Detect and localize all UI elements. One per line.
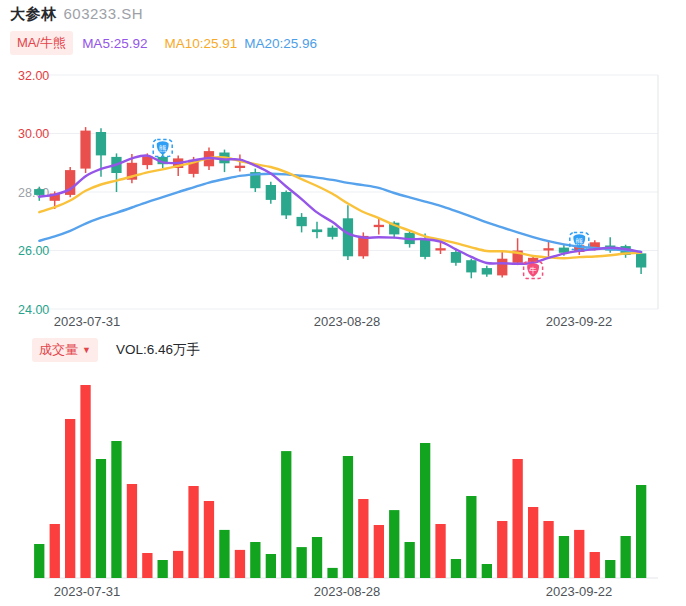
volume-bar-7[interactable] [142,553,152,578]
candle-18[interactable] [312,222,322,238]
candle-body [80,131,90,169]
volume-bar-5[interactable] [111,441,121,578]
ma-mode-label: MA/牛熊 [17,34,66,52]
candle-body [34,189,44,195]
y-axis-label: 26.00 [18,244,49,258]
x-axis-date-label: 2023-09-22 [546,314,613,329]
candle-19[interactable] [327,226,337,240]
candle-39[interactable] [636,251,646,274]
candle-body [96,132,106,155]
candle-body [466,260,476,272]
ma20-value: MA20:25.96 [244,36,317,51]
volume-bar-13[interactable] [235,550,245,578]
x-axis-date-label: 2023-08-28 [314,314,381,329]
candle-30[interactable] [497,252,507,277]
volume-bar-0[interactable] [34,544,44,578]
volume-bar-16[interactable] [281,451,291,578]
chevron-down-icon: ▼ [82,346,91,355]
volume-bar-39[interactable] [636,485,646,578]
candle-2[interactable] [65,167,75,197]
volume-bar-36[interactable] [590,552,600,578]
volume-bar-21[interactable] [358,499,368,578]
chart-header: 大参林 603233.SH [10,5,143,24]
candle-body [451,252,461,263]
volume-bar-6[interactable] [127,484,137,578]
volume-bar-10[interactable] [188,486,198,578]
x-axis-date-label: 2023-09-22 [546,584,613,599]
volume-bar-32[interactable] [528,507,538,578]
volume-bar-28[interactable] [466,496,476,578]
volume-bar-38[interactable] [621,536,631,578]
volume-bar-27[interactable] [451,559,461,578]
volume-bar-18[interactable] [312,537,322,578]
x-axis-date-label: 2023-08-28 [314,584,381,599]
y-axis-label: 32.00 [18,69,49,83]
volume-bar-37[interactable] [605,560,615,578]
candle-body [435,248,445,250]
volume-bar-34[interactable] [559,536,569,578]
volume-bar-29[interactable] [482,564,492,578]
stock-code: 603233.SH [64,5,144,22]
volume-bar-14[interactable] [250,542,260,578]
candle-body [281,192,291,215]
candle-body [297,217,307,226]
price-chart[interactable]: 32.0030.0028.0026.0024.002023-07-312023-… [0,58,686,338]
marker-glyph: 牛 [529,266,537,275]
volume-bar-19[interactable] [327,568,337,578]
candle-body [235,166,245,168]
candle-body [420,240,430,257]
volume-bar-26[interactable] [435,524,445,578]
candle-body [374,225,384,227]
candle-body [327,228,337,237]
volume-value: VOL:6.46万手 [116,341,200,359]
candle-28[interactable] [466,259,476,279]
volume-bar-12[interactable] [219,530,229,578]
volume-indicator-badge[interactable]: 成交量 ▼ [32,338,98,362]
y-axis-label: 28.00 [18,186,49,200]
marker-glyph: 熊 [159,144,167,153]
candle-body [358,236,368,256]
volume-bar-9[interactable] [173,551,183,578]
candle-29[interactable] [482,266,492,277]
y-axis-label: 24.00 [18,303,49,317]
volume-bar-8[interactable] [158,560,168,578]
candle-14[interactable] [250,169,260,192]
volume-bar-31[interactable] [513,459,523,578]
volume-bar-4[interactable] [96,459,106,578]
candle-15[interactable] [266,182,276,204]
volume-bar-24[interactable] [405,542,415,578]
candle-body [482,268,492,274]
volume-bar-2[interactable] [65,419,75,578]
volume-bar-15[interactable] [266,554,276,578]
candle-body [636,253,646,267]
volume-bar-33[interactable] [543,521,553,578]
ma10-value: MA10:25.91 [164,36,237,51]
stock-name: 大参林 [10,5,57,24]
volume-bar-25[interactable] [420,443,430,578]
candle-16[interactable] [281,191,291,219]
candle-13[interactable] [235,155,245,172]
candle-12[interactable] [219,150,229,173]
bear-signal-icon[interactable]: 熊 [153,140,172,157]
candle-body [266,185,276,200]
volume-bar-20[interactable] [343,456,353,578]
volume-bar-11[interactable] [204,501,214,578]
volume-bar-35[interactable] [574,530,584,578]
candle-body [543,248,553,250]
x-axis-date-label: 2023-07-31 [54,314,121,329]
volume-chart[interactable]: 2023-07-312023-08-282023-09-22 [0,362,686,606]
candle-17[interactable] [297,213,307,232]
y-axis-label: 30.00 [18,127,49,141]
candle-body [497,259,507,276]
volume-bar-22[interactable] [374,525,384,578]
ma-legend: MA/牛熊 MA5:25.92 MA10:25.91 MA20:25.96 [10,31,317,55]
volume-bar-30[interactable] [497,521,507,578]
candle-3[interactable] [80,127,90,173]
volume-bar-3[interactable] [80,385,90,578]
ma-mode-badge[interactable]: MA/牛熊 [10,31,73,55]
marker-glyph: 熊 [576,237,584,246]
volume-bar-17[interactable] [297,547,307,578]
candle-5[interactable] [111,153,121,192]
volume-bar-23[interactable] [389,510,399,578]
volume-bar-1[interactable] [50,524,60,578]
